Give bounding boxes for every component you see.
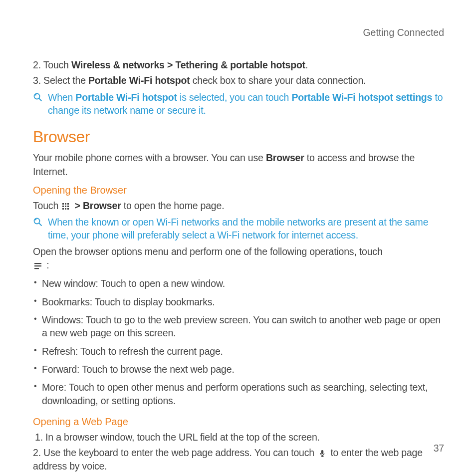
svg-rect-10	[65, 208, 66, 210]
section-title-browser: Browser	[33, 128, 444, 146]
step-3: 3. Select the Portable Wi-Fi hotspot che…	[33, 74, 444, 87]
intro-pre: Your mobile phone comes with a browser. …	[33, 152, 266, 163]
ob-post: to open the home page.	[121, 200, 225, 211]
note-wifi-text: When the known or open Wi-Fi networks an…	[48, 216, 444, 242]
note1-pre: When	[48, 92, 75, 103]
svg-rect-11	[67, 208, 69, 210]
list-item: Refresh: Touch to refresh the current pa…	[33, 345, 444, 358]
svg-rect-8	[67, 206, 69, 207]
svg-point-14	[35, 219, 36, 221]
subtitle-open-webpage: Opening a Web Page	[33, 416, 444, 428]
step-3-num: 3.	[33, 75, 43, 86]
options-intro: Open the browser options menu and perfor…	[33, 245, 444, 272]
step-3-post: check box to share your data connection.	[190, 75, 366, 86]
list-item: Bookmarks: Touch to display bookmarks.	[33, 295, 444, 308]
svg-line-1	[39, 98, 42, 101]
svg-rect-9	[62, 208, 64, 210]
note-hotspot-text: When Portable Wi-Fi hotspot is selected,…	[48, 91, 444, 117]
note-hotspot: When Portable Wi-Fi hotspot is selected,…	[33, 91, 444, 117]
options-list: New window: Touch to open a new window. …	[33, 277, 444, 407]
svg-rect-18	[321, 450, 323, 454]
step-2: 2. Touch Wireless & networks > Tethering…	[33, 58, 444, 72]
svg-rect-4	[65, 203, 66, 205]
ob-mid: >	[72, 200, 83, 211]
intro-bold: Browser	[266, 152, 304, 163]
page-header: Getting Connected	[33, 27, 444, 38]
svg-rect-16	[34, 265, 41, 266]
options-intro-pre: Open the browser options menu and perfor…	[33, 246, 383, 257]
note-wifi: When the known or open Wi-Fi networks an…	[33, 216, 444, 242]
ws1-num: 1.	[35, 432, 45, 443]
note1-mid: is selected, you can touch	[177, 92, 292, 103]
step-3-pre: Select the	[43, 75, 88, 86]
svg-rect-3	[62, 203, 64, 205]
magnifier-icon	[33, 91, 48, 117]
step-2-pre: Touch	[43, 59, 71, 70]
browser-intro: Your mobile phone comes with a browser. …	[33, 151, 444, 179]
menu-icon	[34, 262, 43, 270]
list-item: Forward: Touch to browse the next web pa…	[33, 363, 444, 376]
svg-rect-15	[34, 263, 41, 264]
magnifier-icon	[33, 216, 48, 242]
step-3-bold: Portable Wi-Fi hotspot	[88, 75, 190, 86]
ob-pre: Touch	[33, 200, 61, 211]
svg-rect-6	[62, 206, 64, 207]
webpage-step-1: 1. In a browser window, touch the URL fi…	[33, 431, 444, 444]
ws2-pre: Use the keyboard to enter the web page a…	[43, 447, 317, 458]
ws2-num: 2.	[33, 447, 43, 458]
step-2-bold: Wireless & networks > Tethering & portab…	[71, 59, 305, 70]
subtitle-opening-browser: Opening the Browser	[33, 185, 444, 196]
svg-rect-5	[67, 203, 69, 205]
svg-point-2	[35, 94, 36, 95]
ob-bold: Browser	[83, 200, 121, 211]
svg-point-0	[34, 93, 40, 99]
svg-point-12	[34, 219, 40, 224]
options-intro-post: :	[44, 259, 49, 270]
svg-line-13	[39, 224, 42, 226]
microphone-icon	[318, 450, 327, 458]
list-item: Windows: Touch to go to the web preview …	[33, 313, 444, 340]
opening-browser-line: Touch > Browser to open the home page.	[33, 199, 444, 213]
list-item: More: Touch to open other menus and perf…	[33, 381, 444, 407]
svg-rect-7	[65, 206, 66, 207]
page-number: 37	[434, 443, 444, 454]
step-2-post: .	[305, 59, 308, 70]
ws1-text: In a browser window, touch the URL field…	[45, 432, 320, 443]
note1-b2: Portable Wi-Fi hotspot settings	[291, 92, 432, 103]
apps-grid-icon	[62, 203, 71, 211]
step-2-num: 2.	[33, 59, 43, 70]
webpage-step-2: 2. Use the keyboard to enter the web pag…	[33, 446, 444, 474]
list-item: New window: Touch to open a new window.	[33, 277, 444, 290]
svg-rect-17	[34, 268, 39, 269]
note1-b1: Portable Wi-Fi hotspot	[75, 92, 177, 103]
